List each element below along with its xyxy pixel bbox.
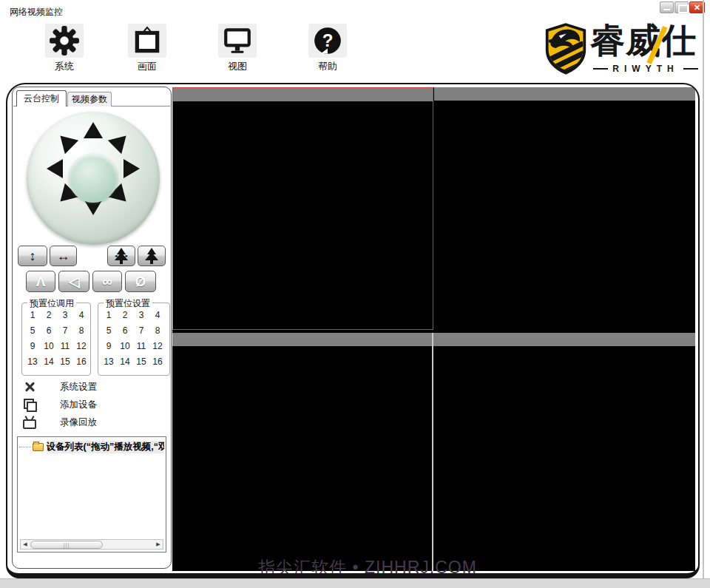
preset-set-grid: 12345678910111213141516	[101, 309, 166, 368]
preset-set-number[interactable]: 10	[117, 340, 133, 352]
video-grid: 指尖汇软件 • ZIHHRJ.COM	[172, 87, 695, 571]
menu-item-system-settings[interactable]: 系统设置	[18, 379, 166, 395]
preset-call-number[interactable]: 10	[41, 340, 57, 352]
iris-open-button[interactable]: Λ	[26, 271, 55, 292]
preset-set-number[interactable]: 6	[117, 325, 133, 337]
gear-icon	[45, 24, 84, 58]
ptz-up-arrow[interactable]	[84, 122, 103, 138]
preset-call-number[interactable]: 5	[24, 325, 41, 337]
toolbar-label-screen: 画面	[126, 60, 169, 73]
preset-set-number[interactable]: 13	[101, 356, 117, 368]
ptz-up-left-arrow[interactable]	[53, 129, 78, 154]
menu-label-add-device: 添加设备	[60, 399, 97, 411]
preset-call-number[interactable]: 3	[57, 309, 73, 321]
video-panel-2[interactable]	[434, 87, 695, 330]
scroll-right-arrow[interactable]: ▶	[154, 540, 163, 549]
video-panel-1-selected[interactable]	[172, 87, 433, 330]
scroll-left-arrow[interactable]: ◀	[21, 540, 30, 549]
iris-close-button[interactable]: Ø	[125, 271, 156, 292]
preset-set-number[interactable]: 16	[149, 356, 166, 368]
preset-set-number[interactable]: 3	[133, 309, 149, 321]
preset-call-number[interactable]: 13	[24, 356, 41, 368]
preset-set-number[interactable]: 5	[101, 325, 117, 337]
preset-set-number[interactable]: 2	[117, 309, 133, 321]
brand-subtitle-text: RIWYTH	[612, 64, 678, 74]
iris-open-icon: Λ	[36, 274, 46, 288]
zoom-in-button[interactable]	[138, 246, 166, 266]
tv-icon	[23, 419, 36, 429]
preset-call-number[interactable]: 14	[41, 356, 57, 368]
ptz-up-right-arrow[interactable]	[108, 129, 133, 154]
vertical-arrows-icon: ↕	[30, 249, 36, 263]
preset-set-number[interactable]: 11	[133, 340, 149, 352]
focus-far-icon: ∞	[102, 274, 112, 288]
pan-button[interactable]: ↔	[50, 246, 77, 266]
maximize-button[interactable]	[674, 1, 689, 13]
menu-item-playback[interactable]: 录像回放	[18, 414, 166, 430]
preset-call-number[interactable]: 2	[41, 309, 57, 321]
help-question-icon: ?	[308, 24, 347, 58]
horizontal-scrollbar[interactable]: ◀ ▶	[20, 539, 163, 550]
brand-logo: 睿威仕 RIWYTH	[543, 19, 704, 78]
menu-item-add-device[interactable]: 添加设备	[18, 396, 166, 413]
video-panel-3[interactable]	[172, 333, 432, 571]
minimize-button[interactable]	[660, 1, 674, 13]
watermark-text: 指尖汇软件 • ZIHHRJ.COM	[249, 556, 486, 578]
preset-set-number[interactable]: 14	[117, 356, 133, 368]
ptz-center-knob[interactable]	[69, 154, 118, 203]
preset-call-number[interactable]: 6	[41, 325, 57, 337]
preset-call-number[interactable]: 7	[57, 325, 73, 337]
preset-set-number[interactable]: 9	[101, 340, 117, 352]
toolbar-label-system: 系统	[43, 60, 86, 73]
preset-set-number[interactable]: 8	[149, 325, 166, 337]
preset-call-number[interactable]: 16	[73, 356, 89, 368]
ptz-left-arrow[interactable]	[47, 159, 63, 178]
menu-label-playback: 录像回放	[60, 416, 97, 429]
preset-set-group: 预置位设置 12345678910111213141516	[98, 303, 170, 376]
preset-call-number[interactable]: 15	[57, 356, 73, 368]
preset-set-number[interactable]: 7	[133, 325, 149, 337]
horizontal-arrows-icon: ↔	[57, 249, 70, 263]
tree-zoom-out-icon: ◂▸	[114, 248, 129, 264]
panel-divider	[432, 333, 433, 571]
iris-close-icon: Ø	[135, 274, 146, 288]
toolbar-button-help[interactable]: ? 帮助	[306, 24, 349, 74]
device-tree-root-label: 设备列表(“拖动”播放视频,“双	[47, 441, 164, 453]
preset-call-number[interactable]: 11	[57, 340, 73, 352]
sidebar-panel: 云台控制 视频参数 ↕ ↔ ◂▸ Λ ◁ ∞ Ø 预置位调用	[12, 87, 172, 569]
preset-set-number[interactable]: 12	[149, 340, 166, 352]
preset-call-number[interactable]: 9	[24, 340, 41, 352]
scrollbar-thumb[interactable]	[30, 541, 103, 549]
preset-call-number[interactable]: 8	[73, 325, 89, 337]
preset-call-number[interactable]: 1	[24, 309, 41, 321]
preset-set-number[interactable]: 1	[101, 309, 117, 321]
preset-set-number[interactable]: 4	[149, 309, 166, 321]
video-panel-3-titlebar	[172, 333, 432, 346]
zoom-out-button[interactable]: ◂▸	[107, 246, 135, 266]
preset-call-group: 预置位调用 12345678910111213141516	[21, 303, 91, 376]
focus-far-button[interactable]: ∞	[92, 271, 122, 292]
tab-ptz-control[interactable]: 云台控制	[16, 90, 67, 107]
picture-frame-icon	[128, 24, 166, 58]
tilt-button[interactable]: ↕	[18, 246, 47, 266]
video-panel-2-titlebar	[434, 87, 695, 101]
preset-call-number[interactable]: 4	[73, 309, 89, 321]
focus-near-icon: ◁	[69, 274, 80, 288]
main-shell: 云台控制 视频参数 ↕ ↔ ◂▸ Λ ◁ ∞ Ø 预置位调用	[6, 83, 700, 578]
video-panel-4[interactable]	[433, 333, 695, 571]
tree-connector	[19, 447, 31, 447]
toolbar-button-system[interactable]: 系统	[43, 24, 86, 74]
ptz-right-arrow[interactable]	[124, 159, 140, 178]
preset-set-number[interactable]: 15	[133, 356, 149, 368]
device-tree-root[interactable]: 设备列表(“拖动”播放视频,“双	[19, 440, 164, 453]
toolbar-label-view: 视图	[216, 60, 259, 73]
preset-call-number[interactable]: 12	[73, 340, 89, 352]
tab-video-params[interactable]: 视频参数	[67, 92, 112, 107]
toolbar-button-view[interactable]: 视图	[216, 24, 259, 74]
window-bottom-edge	[0, 578, 710, 588]
toolbar-button-screen[interactable]: 画面	[126, 24, 169, 74]
focus-near-button[interactable]: ◁	[58, 271, 89, 292]
preset-call-grid: 12345678910111213141516	[24, 309, 89, 368]
preset-call-title: 预置位调用	[27, 297, 76, 310]
preset-set-title: 预置位设置	[104, 297, 152, 310]
